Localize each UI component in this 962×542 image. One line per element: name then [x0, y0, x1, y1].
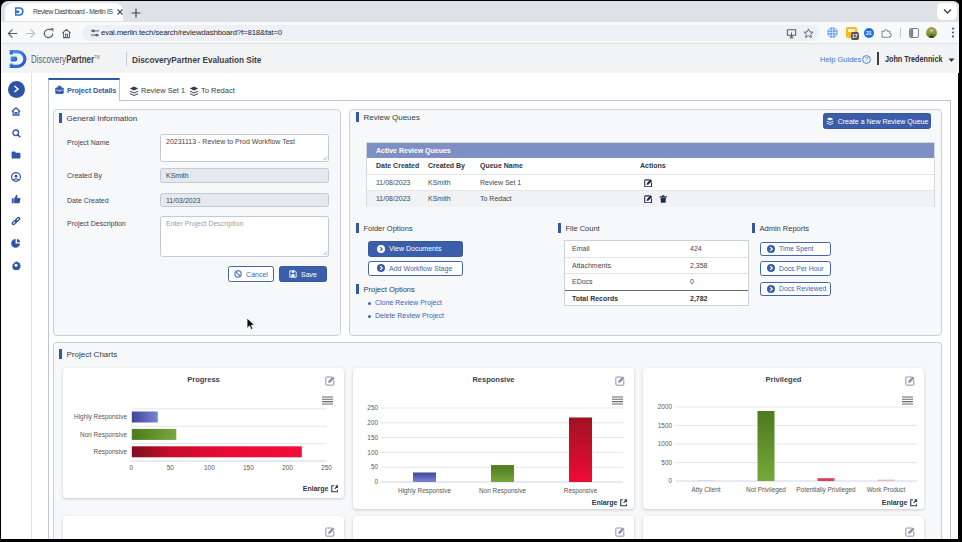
- svg-text:100: 100: [204, 464, 215, 471]
- svg-text:Highly Responsive: Highly Responsive: [74, 413, 127, 421]
- svg-text:Non Responsive: Non Responsive: [479, 487, 526, 495]
- svg-text:150: 150: [367, 434, 378, 441]
- svg-text:?: ?: [865, 56, 868, 62]
- svg-text:0: 0: [374, 478, 378, 485]
- svg-text:2000: 2000: [658, 403, 673, 410]
- svg-text:50: 50: [371, 463, 379, 470]
- svg-text:Responsive: Responsive: [564, 487, 598, 495]
- svg-text:200: 200: [282, 464, 293, 471]
- svg-text:Not Privileged: Not Privileged: [746, 486, 786, 494]
- svg-text:200: 200: [367, 419, 378, 426]
- svg-text:Work Product: Work Product: [867, 486, 906, 493]
- svg-text:Highly Responsive: Highly Responsive: [398, 487, 451, 495]
- svg-text:500: 500: [661, 459, 672, 466]
- svg-text:1500: 1500: [658, 422, 673, 429]
- svg-text:50: 50: [167, 464, 175, 471]
- svg-text:150: 150: [243, 464, 254, 471]
- svg-text:0: 0: [668, 477, 672, 484]
- svg-text:Non Responsive: Non Responsive: [80, 431, 127, 439]
- svg-text:Potentially Privileged: Potentially Privileged: [796, 486, 856, 494]
- svg-text:0: 0: [130, 464, 134, 471]
- svg-text:Responsive: Responsive: [94, 448, 128, 456]
- svg-text:250: 250: [321, 464, 332, 471]
- svg-text:Atty Client: Atty Client: [691, 486, 720, 494]
- svg-text:250: 250: [367, 404, 378, 411]
- svg-text:1000: 1000: [658, 440, 673, 447]
- svg-text:100: 100: [367, 449, 378, 456]
